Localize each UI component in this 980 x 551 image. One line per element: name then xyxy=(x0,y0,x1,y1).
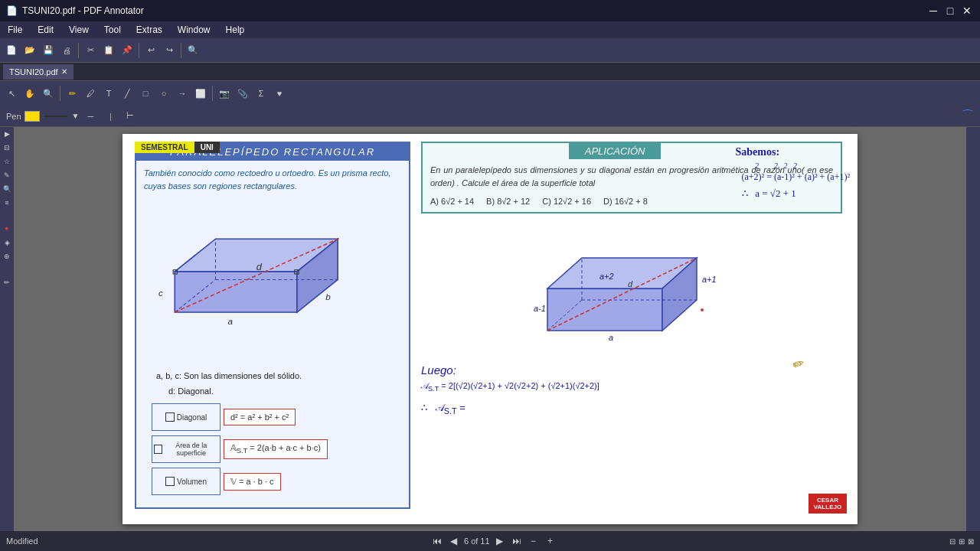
line-tool[interactable]: ╱ xyxy=(119,85,136,102)
title-bar-right[interactable]: ─ □ ✕ xyxy=(926,4,974,18)
separator-2 xyxy=(139,43,139,58)
menu-view[interactable]: View xyxy=(66,23,92,37)
volume-checkbox[interactable] xyxy=(165,477,175,486)
pen-style-1[interactable]: ─ xyxy=(82,108,99,125)
close-button[interactable]: ✕ xyxy=(960,4,974,18)
sidebar-annot-icon[interactable]: ✦ xyxy=(4,225,10,233)
sidebar-expand-icon[interactable]: ▶ xyxy=(5,130,10,138)
badges-area: SEMESTRAL UNI xyxy=(135,142,220,153)
zoom-tool[interactable]: 🔍 xyxy=(40,85,57,102)
arrow-tool[interactable]: → xyxy=(174,85,191,102)
status-bar: Modified ⏮ ◀ 6 of 11 ▶ ⏭ − + ⊟ ⊞ ⊠ xyxy=(0,531,980,551)
pdf-tab[interactable]: TSUNI20.pdf ✕ xyxy=(3,64,74,80)
menu-bar: File Edit View Tool Extras Window Help xyxy=(0,21,980,38)
cut-button[interactable]: ✂ xyxy=(82,42,99,59)
area-formula: 𝔸S.T = 2(a·b + a·c + b·c) xyxy=(224,439,328,458)
menu-file[interactable]: File xyxy=(5,23,25,37)
page-indicator: 6 of 11 xyxy=(464,536,490,546)
title-bar-left: 📄 TSUNI20.pdf - PDF Annotator xyxy=(6,5,144,16)
dims-text1: a, b, c: Son las dimensiones del sólido. xyxy=(156,369,302,384)
sidebar-notes-icon[interactable]: ✎ xyxy=(4,171,10,179)
dims-info: a, b, c: Son las dimensiones del sólido.… xyxy=(156,369,302,399)
nav-next-button[interactable]: ▶ xyxy=(493,534,507,548)
save-button[interactable]: 💾 xyxy=(40,42,57,59)
highlighter-tool[interactable]: 🖊 xyxy=(82,85,99,102)
left-panel: PARALELEPÍPEDO RECTANGULAR También conoc… xyxy=(135,142,410,509)
sidebar-bookmarks-icon[interactable]: ☆ xyxy=(4,158,10,165)
pan-tool[interactable]: ✋ xyxy=(21,85,38,102)
nav-first-button[interactable]: ⏮ xyxy=(430,534,444,548)
columns-icon: ⊠ xyxy=(968,537,974,546)
pen-color-picker[interactable] xyxy=(24,111,40,122)
eraser-tool[interactable]: ⬜ xyxy=(192,85,209,102)
app-icon: 📄 xyxy=(6,5,18,16)
view-mode-icon: ⊟ xyxy=(949,537,956,546)
zoom-in-button[interactable]: + xyxy=(544,534,557,548)
text-tool[interactable]: T xyxy=(100,85,117,102)
menu-help[interactable]: Help xyxy=(223,23,248,37)
print-button[interactable]: 🖨 xyxy=(58,42,75,59)
maximize-button[interactable]: □ xyxy=(943,4,957,18)
tab-close-button[interactable]: ✕ xyxy=(61,67,67,76)
application-header: APLICACIÓN xyxy=(569,143,661,159)
sidebar-stamp-icon[interactable]: ◈ xyxy=(5,239,10,246)
curve-tool[interactable]: ⌒ xyxy=(962,108,974,124)
nav-prev-button[interactable]: ◀ xyxy=(447,534,461,548)
formula-row-volume: Volumen 𝕍 = a · b · c xyxy=(152,468,412,495)
area-equation: 𝒜S.T = 2[(√2)(√2+1) + √2(√2+2) + (√2+1)(… xyxy=(421,381,850,393)
menu-edit[interactable]: Edit xyxy=(34,23,57,37)
new-button[interactable]: 📄 xyxy=(3,42,20,59)
svg-text:a-1: a-1 xyxy=(534,304,546,313)
diagonal-formula: d² = a² + b² + c² xyxy=(224,409,296,425)
pen-style-3[interactable]: ⊢ xyxy=(122,108,139,125)
attach-tool[interactable]: 📎 xyxy=(234,85,251,102)
undo-button[interactable]: ↩ xyxy=(142,42,159,59)
pen-width-indicator xyxy=(44,116,67,117)
diagonal-checkbox[interactable] xyxy=(165,412,175,422)
pen-style-2[interactable]: | xyxy=(102,108,119,125)
nav-last-button[interactable]: ⏭ xyxy=(510,534,524,548)
minimize-button[interactable]: ─ xyxy=(926,4,940,18)
left-box-diagram: d a b c xyxy=(144,198,401,324)
sigma-tool[interactable]: Σ xyxy=(253,85,270,102)
paste-button[interactable]: 📌 xyxy=(119,42,136,59)
zoom-out-button[interactable]: − xyxy=(527,534,541,548)
ellipse-tool[interactable]: ○ xyxy=(155,85,172,102)
sidebar-tool2-icon[interactable]: ⊕ xyxy=(4,253,10,260)
left-diagram-area: d a b c xyxy=(136,198,409,324)
zoom-in-button[interactable]: 🔍 xyxy=(185,42,201,59)
menu-tool[interactable]: Tool xyxy=(101,23,124,37)
tab-bar: TSUNI20.pdf ✕ xyxy=(0,63,980,81)
menu-window[interactable]: Window xyxy=(175,23,214,37)
answer-d: D) 16√2 + 8 xyxy=(603,197,648,206)
sabemos-text: Sabemos: xyxy=(736,146,851,158)
select-tool[interactable]: ↖ xyxy=(3,85,20,102)
pen-width-selector[interactable]: ▼ xyxy=(72,112,80,120)
heart-tool[interactable]: ♥ xyxy=(271,85,288,102)
menu-extras[interactable]: Extras xyxy=(133,23,165,37)
diagonal-label: Diagonal xyxy=(152,403,220,431)
svg-point-25 xyxy=(701,308,704,311)
area-checkbox[interactable] xyxy=(154,445,162,454)
solution-result1: ∴ a = √2 + 1 xyxy=(742,187,851,200)
sidebar-pencil-icon[interactable]: ✏ xyxy=(4,279,10,286)
svg-text:a+1: a+1 xyxy=(702,275,717,284)
grid-icon: ⊞ xyxy=(959,537,965,546)
svg-text:d: d xyxy=(628,279,633,289)
title-bar: 📄 TSUNI20.pdf - PDF Annotator ─ □ ✕ xyxy=(0,0,980,21)
open-button[interactable]: 📂 xyxy=(21,42,38,59)
stamp-tool[interactable]: 📷 xyxy=(216,85,233,102)
sidebar-search-icon[interactable]: 🔍 xyxy=(3,185,11,193)
main-area: ▶ ⊟ ☆ ✎ 🔍 ≡ ✦ ◈ ⊕ ✏ PARALELEPÍPEDO RECTA… xyxy=(0,127,980,531)
redo-button[interactable]: ↪ xyxy=(161,42,178,59)
separator-3 xyxy=(181,43,181,58)
left-panel-desc: También conocido como rectoedro u ortoed… xyxy=(136,161,409,198)
page-content: PARALELEPÍPEDO RECTANGULAR También conoc… xyxy=(122,134,858,524)
pen-tool[interactable]: ✏ xyxy=(64,85,80,102)
volume-formula: 𝕍 = a · b · c xyxy=(224,473,281,491)
sidebar-layers-icon[interactable]: ≡ xyxy=(5,199,8,207)
copy-button[interactable]: 📋 xyxy=(100,42,117,59)
rect-tool[interactable]: □ xyxy=(137,85,154,102)
sidebar-thumbnails-icon[interactable]: ⊟ xyxy=(4,144,10,152)
pen-label: Pen xyxy=(6,112,21,121)
